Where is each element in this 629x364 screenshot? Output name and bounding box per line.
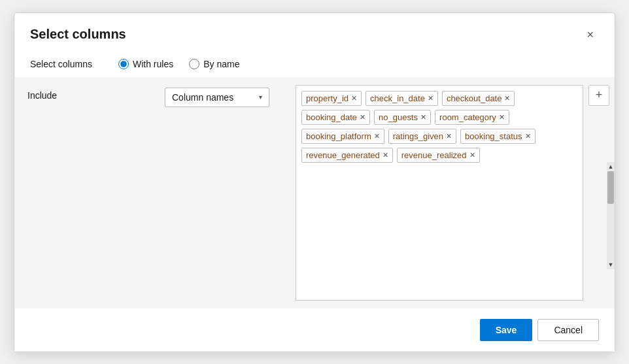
list-item: checkout_date✕ bbox=[442, 91, 515, 106]
list-item: booking_date✕ bbox=[301, 110, 370, 125]
radio-group-label: Select columns bbox=[30, 59, 92, 69]
select-columns-dialog: Select columns × Select columns With rul… bbox=[14, 12, 615, 352]
scroll-down-icon[interactable]: ▼ bbox=[607, 260, 615, 269]
right-column: property_id✕check_in_date✕checkout_date✕… bbox=[296, 77, 615, 308]
radio-row: Select columns With rules By name bbox=[14, 54, 615, 77]
list-item: revenue_generated✕ bbox=[301, 148, 393, 163]
dialog-title: Select columns bbox=[30, 27, 126, 42]
list-item: revenue_realized✕ bbox=[397, 148, 480, 163]
tag-label: room_category bbox=[439, 112, 496, 122]
radio-by-name[interactable]: By name bbox=[189, 59, 239, 69]
tag-label: check_in_date bbox=[370, 93, 425, 103]
radio-with-rules-label[interactable]: With rules bbox=[133, 59, 173, 69]
tags-container: property_id✕check_in_date✕checkout_date✕… bbox=[296, 85, 583, 301]
left-column: Include bbox=[14, 77, 165, 308]
save-button[interactable]: Save bbox=[480, 319, 533, 341]
close-button[interactable]: × bbox=[581, 26, 599, 43]
radio-with-rules[interactable]: With rules bbox=[118, 59, 173, 69]
tag-label: booking_status bbox=[465, 131, 522, 141]
dropdown-label: Column names bbox=[172, 92, 233, 103]
tag-label: ratings_given bbox=[393, 131, 443, 141]
scroll-thumb[interactable] bbox=[607, 171, 614, 204]
tag-label: booking_date bbox=[306, 112, 357, 122]
tags-and-add: property_id✕check_in_date✕checkout_date✕… bbox=[296, 85, 609, 301]
list-item: booking_platform✕ bbox=[301, 129, 384, 144]
remove-tag-button[interactable]: ✕ bbox=[374, 133, 380, 140]
chevron-down-icon: ▾ bbox=[259, 93, 262, 101]
list-item: check_in_date✕ bbox=[366, 91, 438, 106]
list-item: no_guests✕ bbox=[374, 110, 431, 125]
column-names-dropdown[interactable]: Column names ▾ bbox=[165, 88, 269, 107]
outer-scrollbar[interactable]: ▲ ▼ bbox=[607, 162, 615, 269]
remove-tag-button[interactable]: ✕ bbox=[469, 152, 475, 159]
remove-tag-button[interactable]: ✕ bbox=[504, 95, 510, 102]
remove-tag-button[interactable]: ✕ bbox=[428, 95, 434, 102]
list-item: ratings_given✕ bbox=[388, 129, 456, 144]
list-item: room_category✕ bbox=[435, 110, 509, 125]
cancel-button[interactable]: Cancel bbox=[537, 319, 599, 341]
remove-tag-button[interactable]: ✕ bbox=[382, 152, 388, 159]
tag-label: booking_platform bbox=[306, 131, 371, 141]
remove-tag-button[interactable]: ✕ bbox=[446, 133, 452, 140]
remove-tag-button[interactable]: ✕ bbox=[351, 95, 357, 102]
tag-label: checkout_date bbox=[447, 93, 502, 103]
remove-tag-button[interactable]: ✕ bbox=[499, 114, 505, 121]
table-section: Include Column names ▾ property_id✕check… bbox=[14, 77, 615, 308]
content-area: Include Column names ▾ property_id✕check… bbox=[14, 77, 615, 308]
middle-column: Column names ▾ bbox=[165, 77, 296, 308]
add-button[interactable]: + bbox=[588, 85, 609, 106]
tag-label: property_id bbox=[306, 93, 348, 103]
tag-label: revenue_realized bbox=[401, 150, 467, 160]
remove-tag-button[interactable]: ✕ bbox=[360, 114, 366, 121]
dialog-header: Select columns × bbox=[14, 13, 615, 54]
tag-label: revenue_generated bbox=[306, 150, 380, 160]
dialog-footer: Save Cancel bbox=[14, 308, 615, 352]
list-item: booking_status✕ bbox=[460, 129, 535, 144]
list-item: property_id✕ bbox=[301, 91, 362, 106]
tag-label: no_guests bbox=[379, 112, 418, 122]
remove-tag-button[interactable]: ✕ bbox=[525, 133, 531, 140]
scroll-up-icon[interactable]: ▲ bbox=[607, 162, 615, 171]
radio-by-name-label[interactable]: By name bbox=[203, 59, 239, 69]
include-label: Include bbox=[27, 90, 57, 101]
remove-tag-button[interactable]: ✕ bbox=[420, 114, 426, 121]
